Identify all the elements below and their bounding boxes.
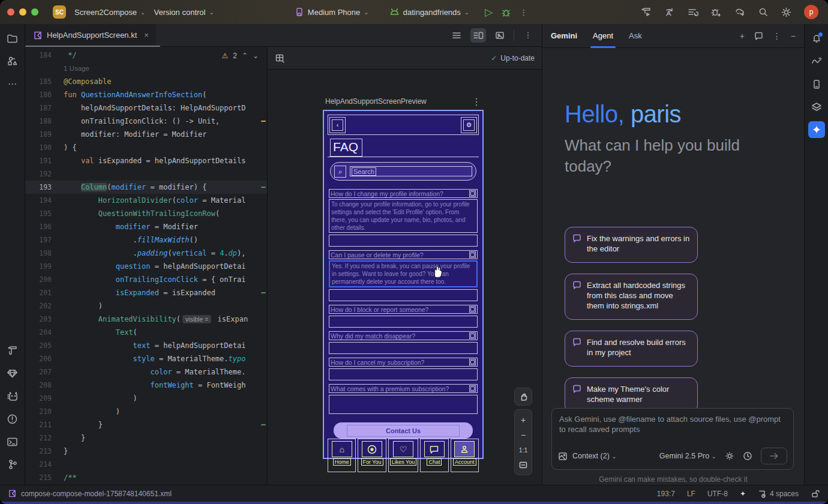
expand-icon[interactable] (469, 306, 476, 313)
todo-list-icon[interactable] (687, 7, 698, 17)
back-button[interactable]: ‹ (329, 117, 346, 133)
nav-item-account[interactable]: Account (451, 439, 479, 472)
nav-item-for-you[interactable]: For You (358, 439, 386, 472)
close-tab-icon[interactable]: × (144, 31, 149, 40)
caret-position[interactable]: 193:7 (657, 490, 675, 498)
code-line[interactable]: 198 .padding(vertical = 4.dp), (25, 247, 267, 260)
close-window-button[interactable] (7, 8, 14, 16)
code-line[interactable]: 193 Column(modifier = modifier) { (25, 181, 267, 194)
faq-answer[interactable]: To change your profile information, go t… (329, 199, 478, 233)
tab-agent[interactable]: Agent (593, 24, 613, 48)
device-mirroring-icon[interactable] (808, 53, 825, 70)
usages-inlay-hint[interactable]: 1 Usage (64, 65, 89, 72)
build-tool-icon[interactable] (4, 342, 21, 359)
code-editor[interactable]: ⚠ 2 ⌃ ⌄ 184 */1 Usage185@Composable186fu… (25, 47, 267, 485)
indent-setting[interactable]: 4 spaces (758, 490, 799, 498)
code-line[interactable]: 194 HorizontalDivider(color = Material (25, 194, 267, 207)
app-quality-insights-icon[interactable] (4, 365, 21, 382)
nav-item-likes-you[interactable]: ♡Likes You (388, 439, 419, 472)
tab-ask[interactable]: Ask (629, 24, 642, 48)
code-line[interactable]: 210 ) (25, 405, 267, 418)
settings-button[interactable]: ⚙ (461, 117, 477, 133)
panel-options-menu[interactable]: ⋮ (773, 31, 781, 41)
code-line[interactable]: 200 onTrailingIconClick = { onTrai (25, 273, 267, 286)
code-line[interactable]: 203 AnimatedVisibility(visible = isExpan (25, 313, 267, 326)
search-input[interactable]: Search (350, 166, 472, 176)
project-selector[interactable]: Screen2Compose⌄ (74, 8, 145, 17)
resource-manager-icon[interactable] (4, 53, 21, 70)
expand-icon[interactable] (469, 359, 476, 365)
code-line[interactable]: 214 (25, 458, 267, 471)
zoom-out-button[interactable]: − (515, 427, 532, 442)
zoom-reset-button[interactable]: 1:1 (515, 442, 532, 457)
status-file-name[interactable]: compose-compose-model-1758748140651.xml (21, 490, 172, 498)
design-view-button[interactable] (492, 28, 508, 43)
gemini-prompt-input[interactable]: Ask Gemini, use @filename to attach sour… (551, 408, 794, 470)
expand-icon[interactable] (469, 251, 476, 258)
code-line[interactable]: 196 modifier = Modifier (25, 220, 267, 233)
hide-panel-icon[interactable]: − (791, 31, 796, 41)
code-line[interactable]: 207 color = MaterialTheme. (25, 365, 267, 379)
code-line[interactable]: 201 isExpanded = isExpanded (25, 286, 267, 299)
layout-inspector-icon[interactable] (808, 98, 825, 115)
code-line[interactable]: 212 } (25, 431, 267, 445)
faq-question-row[interactable]: What comes with a premium subscription? (329, 384, 478, 393)
model-selector[interactable]: Gemini 2.5 Pro ⌄ (659, 452, 716, 460)
git-icon[interactable] (4, 456, 21, 473)
nav-item-chat[interactable]: Chat (420, 439, 448, 472)
debug-button[interactable] (501, 7, 511, 17)
project-tool-icon[interactable] (4, 30, 21, 47)
code-line[interactable]: 209 ) (25, 392, 267, 405)
code-line[interactable]: 202 ) (25, 299, 267, 313)
zoom-window-button[interactable] (31, 8, 38, 16)
code-line[interactable]: 213} (25, 445, 267, 458)
profile-avatar[interactable]: p (804, 5, 818, 19)
code-line[interactable]: 208 fontWeight = FontWeigh (25, 379, 267, 392)
new-chat-icon[interactable]: + (740, 31, 745, 41)
code-line[interactable]: 199 question = helpAndSupportDetai (25, 260, 267, 273)
faq-question-row[interactable]: How do I cancel my subscription? (329, 358, 478, 367)
inspections-widget[interactable]: ⚠ 2 ⌃ ⌄ (221, 52, 259, 60)
nav-item-home[interactable]: ⌂Home (328, 439, 356, 472)
suggestion-card[interactable]: Find and resolve build errors in my proj… (565, 331, 698, 367)
terminal-icon[interactable] (4, 433, 21, 450)
run-configuration-selector[interactable]: datingandfriends⌄ (389, 8, 470, 17)
expand-icon[interactable] (469, 190, 476, 197)
faq-question-row[interactable]: How do I block or report someone? (329, 305, 478, 314)
search-everywhere-icon[interactable] (758, 7, 769, 17)
faq-answer[interactable]: Yes. If you need a break, you can pause … (329, 260, 478, 287)
code-line[interactable]: 195 QuestionWithTrailingIconRow( (25, 207, 267, 220)
code-line[interactable]: 190) { (25, 141, 267, 154)
chat-history-icon[interactable] (754, 32, 763, 40)
code-line[interactable]: 192 (25, 167, 267, 181)
code-line[interactable]: 215/** (25, 471, 267, 484)
suggestion-card[interactable]: Extract all hardcoded strings from this … (565, 274, 698, 320)
prompt-settings-icon[interactable] (725, 451, 734, 461)
code-view-button[interactable] (449, 28, 464, 43)
expand-icon[interactable] (469, 385, 476, 392)
unlocked-icon[interactable] (811, 489, 820, 498)
suggestion-card[interactable]: Fix the warnings and errors in the edito… (565, 227, 698, 263)
zoom-in-button[interactable]: + (515, 412, 532, 427)
history-icon[interactable] (743, 451, 752, 461)
more-actions-menu[interactable]: ⋮ (520, 8, 527, 17)
more-tool-windows-icon[interactable]: ⋯ (4, 76, 21, 92)
sparkle-icon[interactable]: ✦ (740, 490, 746, 498)
context-dropdown[interactable]: Context (2) ⌄ (572, 452, 617, 460)
faq-question-row[interactable]: How do I change my profile information? (329, 189, 478, 198)
search-bar[interactable]: ⌕ Search (330, 162, 476, 181)
preview-options-menu[interactable]: ⋮ (472, 96, 481, 107)
code-line[interactable]: 1 Usage (25, 62, 267, 75)
build-run-icon[interactable] (640, 7, 652, 17)
ai-actions-icon[interactable] (664, 7, 675, 17)
code-line[interactable]: 191 val isExpanded = helpAndSupportDetai… (25, 154, 267, 167)
preview-layout-icon[interactable] (275, 53, 285, 63)
code-line[interactable]: 185@Composable (25, 75, 267, 88)
contact-us-button[interactable]: Contact Us (334, 422, 473, 439)
tab-helpandsupportscreen[interactable]: HelpAndSupportScreen.kt × (25, 24, 156, 47)
faq-question-row[interactable]: Can I pause or delete my profile? (329, 250, 478, 259)
expand-icon[interactable] (469, 332, 476, 339)
code-line[interactable]: 197 .fillMaxWidth() (25, 233, 267, 247)
logcat-icon[interactable] (4, 388, 21, 404)
notifications-bell-icon[interactable] (808, 30, 825, 47)
